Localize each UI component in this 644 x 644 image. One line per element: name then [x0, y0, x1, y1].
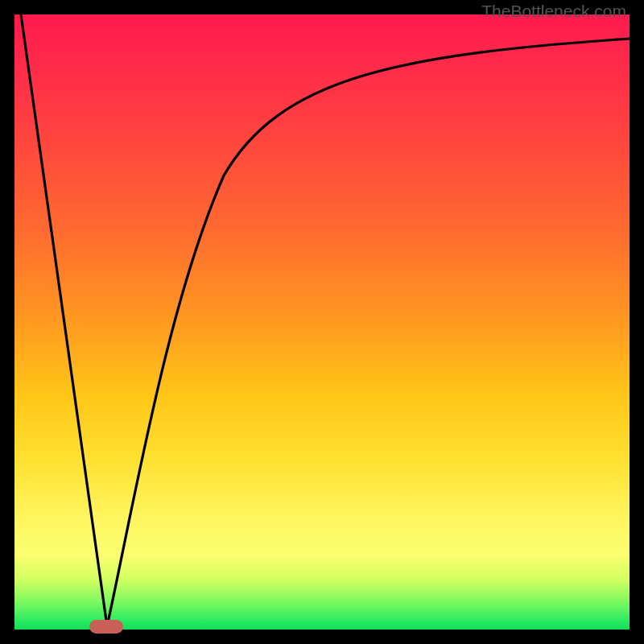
curve-right-segment	[107, 39, 630, 626]
watermark-text: TheBottleneck.com	[481, 2, 626, 21]
curve-left-segment	[21, 14, 107, 626]
optimum-marker	[89, 620, 123, 634]
chart-curve	[14, 14, 630, 630]
chart-frame: TheBottleneck.com	[0, 0, 644, 644]
